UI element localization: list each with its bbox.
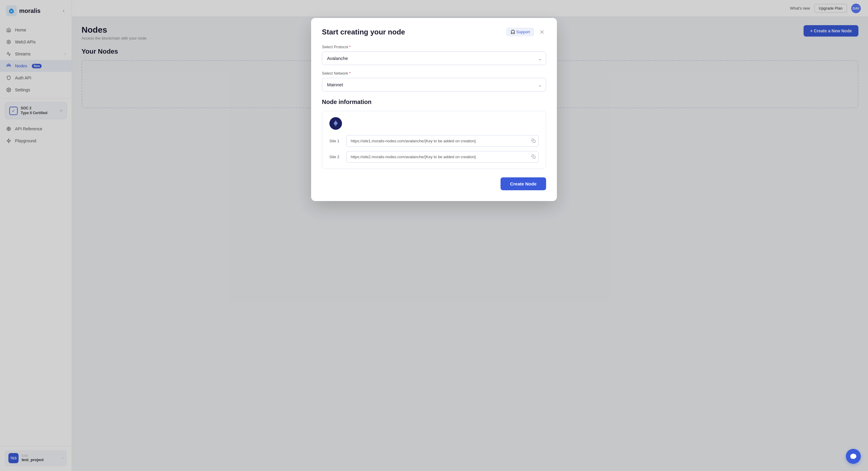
site2-label: Site 2 (330, 155, 342, 159)
modal-close-button[interactable]: ✕ (538, 28, 546, 36)
svg-rect-22 (533, 156, 535, 158)
protocol-select[interactable]: EthereumAvalanchePolygonBinance Smart Ch… (322, 52, 546, 65)
chain-icon (330, 117, 342, 130)
protocol-label: Select Protocol * (322, 45, 546, 49)
site2-url-wrapper (346, 151, 538, 163)
site2-row: Site 2 (330, 151, 538, 163)
network-select[interactable]: MainnetTestnet (322, 78, 546, 91)
modal-title: Start creating your node (322, 28, 405, 36)
site1-url-wrapper (346, 135, 538, 147)
modal-overlay[interactable]: Start creating your node 🎧 Support ✕ Sel… (0, 0, 868, 471)
modal-header: Start creating your node 🎧 Support ✕ (322, 28, 546, 36)
site1-url-input[interactable] (346, 135, 538, 147)
network-select-wrapper: MainnetTestnet ⌄ (322, 78, 546, 91)
chat-bubble[interactable] (846, 449, 861, 464)
modal-footer: Create Node (322, 177, 546, 190)
site1-label: Site 1 (330, 139, 342, 143)
node-info-section: Node information Site 1 (322, 99, 546, 169)
site1-copy-button[interactable] (531, 138, 536, 144)
node-info-card: Site 1 Site 2 (322, 111, 546, 169)
site1-row: Site 1 (330, 135, 538, 147)
site2-copy-button[interactable] (531, 154, 536, 159)
svg-rect-21 (533, 140, 535, 142)
node-info-title: Node information (322, 99, 546, 105)
modal-header-right: 🎧 Support ✕ (506, 28, 546, 36)
network-label: Select Network * (322, 71, 546, 75)
protocol-select-wrapper: EthereumAvalanchePolygonBinance Smart Ch… (322, 52, 546, 65)
modal: Start creating your node 🎧 Support ✕ Sel… (311, 18, 557, 201)
create-node-modal-button[interactable]: Create Node (500, 177, 546, 190)
site2-url-input[interactable] (346, 151, 538, 163)
support-button[interactable]: 🎧 Support (506, 28, 534, 36)
